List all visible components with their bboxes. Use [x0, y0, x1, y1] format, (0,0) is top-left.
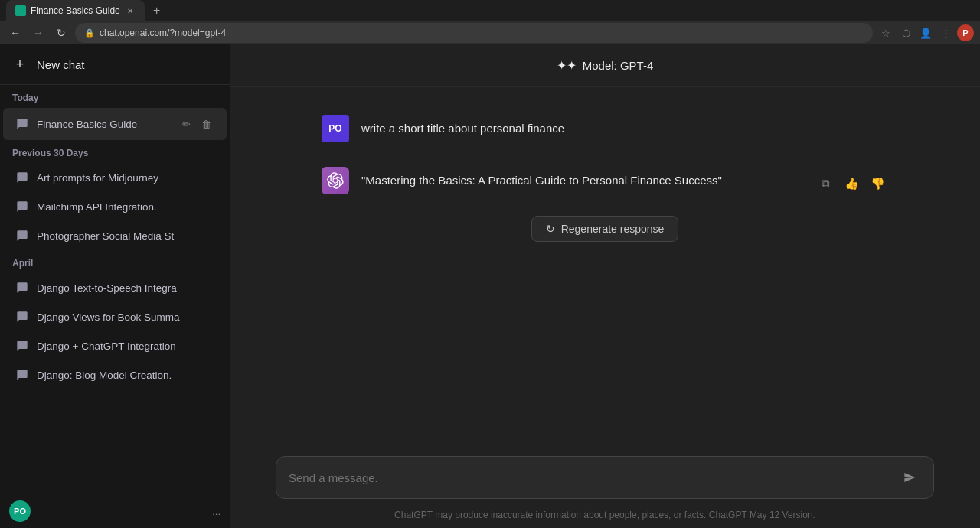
chat-item-label: Art prompts for Midjourney: [37, 172, 214, 184]
chat-bubble-icon: [15, 200, 29, 213]
section-today: Today: [0, 85, 230, 108]
regenerate-btn[interactable]: ↻ Regenerate response: [531, 216, 679, 242]
section-april: April: [0, 250, 230, 273]
user-avatar: PO: [322, 115, 349, 142]
chat-bubble-icon: [15, 281, 29, 295]
send-button[interactable]: [898, 466, 921, 489]
input-box: [276, 456, 934, 499]
assistant-message-row: "Mastering the Basics: A Practical Guide…: [260, 155, 949, 207]
footer-disclaimer: ChatGPT may produce inaccurate informati…: [230, 505, 980, 528]
message-input[interactable]: [289, 471, 890, 484]
app-container: + New chat Today Finance Basics Guide ✏ …: [0, 44, 980, 528]
chat-item-actions: ✏ 🗑: [178, 116, 214, 132]
sparkle-icon: ✦✦: [557, 58, 577, 73]
sidebar: + New chat Today Finance Basics Guide ✏ …: [0, 44, 230, 528]
assistant-message-text: "Mastering the Basics: A Practical Guide…: [361, 167, 802, 190]
delete-chat-btn[interactable]: 🗑: [198, 116, 214, 132]
sidebar-bottom: PO ...: [0, 494, 230, 528]
chat-bubble-icon: [15, 339, 29, 353]
chat-item-django-tts[interactable]: Django Text-to-Speech Integra: [3, 273, 227, 302]
chat-bubble-icon: [15, 171, 29, 184]
user-message-text: write a short title about personal finan…: [361, 115, 888, 138]
input-area: [230, 447, 980, 505]
chat-item-django-views[interactable]: Django Views for Book Summa: [3, 302, 227, 331]
chat-item-label: Mailchimp API Integration.: [37, 201, 214, 213]
tab-bar: Finance Basics Guide ✕ +: [0, 0, 980, 21]
extensions-icon[interactable]: ⬡: [897, 24, 914, 41]
chat-bubble-icon: [15, 229, 29, 243]
nav-bar: ← → ↻ 🔒 chat.openai.com/?model=gpt-4 ☆ ⬡…: [0, 21, 980, 44]
chat-item-label: Django + ChatGPT Integration: [37, 341, 214, 352]
regenerate-label: Regenerate response: [561, 223, 665, 235]
chat-header: ✦✦ Model: GPT-4: [230, 44, 980, 87]
chat-item-mailchimp[interactable]: Mailchimp API Integration.: [3, 192, 227, 221]
main-chat-area: ✦✦ Model: GPT-4 PO write a short title a…: [230, 44, 980, 528]
thumbs-down-btn[interactable]: 👎: [867, 173, 888, 194]
chat-item-label: Django Text-to-Speech Integra: [37, 282, 214, 294]
address-bar[interactable]: 🔒 chat.openai.com/?model=gpt-4: [75, 23, 873, 43]
browser-chrome: Finance Basics Guide ✕ + ← → ↻ 🔒 chat.op…: [0, 0, 980, 44]
gpt-avatar: [322, 167, 349, 194]
new-chat-button[interactable]: + New chat: [0, 44, 230, 85]
chat-item-label: Django: Blog Model Creation.: [37, 370, 214, 381]
nav-icons: ☆ ⬡ 👤 ⋮ P: [877, 24, 974, 41]
user-message-row: PO write a short title about personal fi…: [260, 103, 949, 155]
chat-item-django-blog[interactable]: Django: Blog Model Creation.: [3, 360, 227, 389]
tab-close-btn[interactable]: ✕: [125, 5, 136, 16]
chat-bubble-icon: [15, 310, 29, 324]
chat-bubble-icon: [15, 368, 29, 382]
chat-item-django-chatgpt[interactable]: Django + ChatGPT Integration: [3, 331, 227, 360]
model-label: Model: GPT-4: [583, 59, 654, 72]
chat-item-art-prompts[interactable]: Art prompts for Midjourney: [3, 163, 227, 192]
chat-item-label: Finance Basics Guide: [37, 119, 170, 130]
tab-favicon: [15, 5, 26, 16]
back-btn[interactable]: ←: [6, 24, 24, 42]
thumbs-up-btn[interactable]: 👍: [841, 173, 862, 194]
regenerate-icon: ↻: [546, 223, 555, 235]
menu-icon[interactable]: ⋮: [937, 24, 954, 41]
tab-title: Finance Basics Guide: [31, 5, 120, 16]
chat-messages: PO write a short title about personal fi…: [230, 87, 980, 447]
forward-btn[interactable]: →: [29, 24, 47, 42]
sidebar-inner: + New chat Today Finance Basics Guide ✏ …: [0, 44, 230, 494]
chat-item-label: Django Views for Book Summa: [37, 311, 214, 323]
refresh-btn[interactable]: ↻: [52, 24, 70, 42]
bookmark-icon[interactable]: ☆: [877, 24, 894, 41]
sidebar-options-btn[interactable]: ...: [212, 506, 220, 517]
new-tab-btn[interactable]: +: [148, 2, 166, 20]
message-actions: ⧉ 👍 👎: [815, 167, 888, 194]
regenerate-area: ↻ Regenerate response: [230, 207, 980, 251]
section-previous-30: Previous 30 Days: [0, 140, 230, 163]
chat-item-finance-basics[interactable]: Finance Basics Guide ✏ 🗑: [3, 108, 227, 140]
plus-icon: +: [12, 57, 28, 72]
chat-item-photographer[interactable]: Photographer Social Media St: [3, 221, 227, 250]
profile-icon[interactable]: 👤: [917, 24, 934, 41]
new-chat-label: New chat: [37, 58, 85, 71]
copy-message-btn[interactable]: ⧉: [815, 173, 836, 194]
lock-icon: 🔒: [84, 28, 95, 38]
edit-chat-btn[interactable]: ✏: [178, 116, 194, 132]
address-url: chat.openai.com/?model=gpt-4: [100, 28, 226, 38]
user-avatar[interactable]: P: [957, 24, 974, 41]
active-tab[interactable]: Finance Basics Guide ✕: [6, 0, 145, 21]
user-avatar-small: PO: [9, 500, 31, 522]
chat-bubble-icon: [15, 117, 29, 131]
chat-item-label: Photographer Social Media St: [37, 230, 214, 242]
sidebar-user[interactable]: PO: [9, 500, 31, 522]
